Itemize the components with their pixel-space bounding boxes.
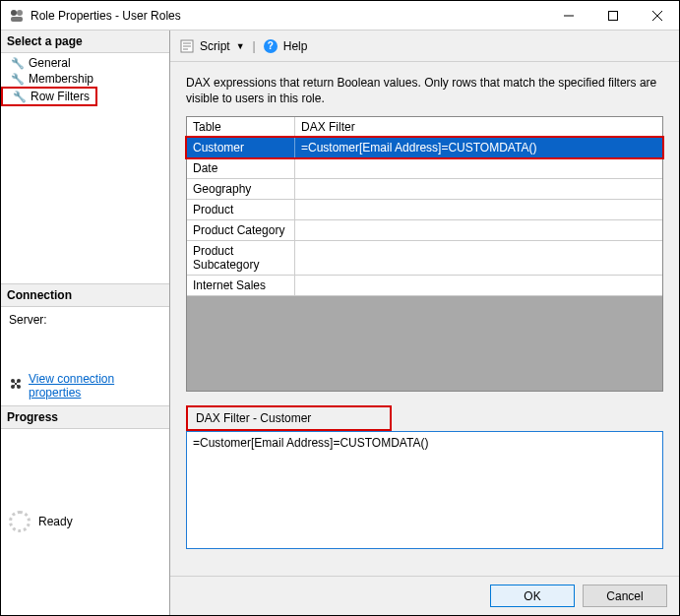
server-label: Server: — [9, 313, 161, 327]
sidebar-item-row-filters[interactable]: 🔧 Row Filters — [1, 87, 97, 106]
table-row[interactable]: Internet Sales — [187, 276, 662, 296]
grid-empty-area — [187, 296, 662, 391]
sidebar-item-general[interactable]: 🔧 General — [1, 55, 169, 71]
dialog-footer: OK Cancel — [170, 576, 679, 615]
svg-point-1 — [17, 10, 23, 16]
svg-point-0 — [11, 10, 17, 16]
cell-table: Date — [187, 158, 295, 178]
minimize-button[interactable] — [546, 1, 590, 30]
table-row[interactable]: Customer =Customer[Email Address]=CUSTOM… — [187, 138, 662, 158]
dax-filter-text: =Customer[Email Address]=CUSTOMDATA() — [193, 436, 428, 450]
window-title: Role Properties - User Roles — [31, 9, 546, 23]
table-row[interactable]: Geography — [187, 179, 662, 200]
titlebar[interactable]: Role Properties - User Roles — [1, 1, 679, 31]
progress-spinner-icon — [9, 511, 31, 532]
ok-button[interactable]: OK — [490, 585, 575, 607]
toolbar: Script ▼ | ? Help — [170, 31, 679, 62]
table-row[interactable]: Product Subcategory — [187, 241, 662, 276]
cell-table: Product Category — [187, 220, 295, 240]
role-icon — [9, 8, 25, 24]
dax-filter-label: DAX Filter - Customer — [186, 405, 392, 431]
cell-filter — [295, 276, 662, 295]
close-button[interactable] — [635, 1, 679, 30]
cell-table: Geography — [187, 179, 295, 199]
column-header-dax-filter[interactable]: DAX Filter — [295, 117, 662, 137]
progress-status: Ready — [38, 515, 73, 528]
view-connection-link[interactable]: View connection properties — [29, 372, 161, 400]
connection-icon — [9, 377, 23, 394]
script-button[interactable]: Script — [200, 39, 230, 53]
cell-table: Product — [187, 200, 295, 219]
sidebar-item-membership[interactable]: 🔧 Membership — [1, 71, 169, 87]
wrench-icon: 🔧 — [11, 57, 25, 70]
cell-table: Internet Sales — [187, 276, 295, 295]
main-panel: Script ▼ | ? Help DAX expressions that r… — [170, 31, 679, 615]
cell-filter — [295, 200, 662, 219]
column-header-table[interactable]: Table — [187, 117, 295, 137]
sidebar: Select a page 🔧 General 🔧 Membership 🔧 R… — [1, 31, 170, 615]
dialog-window: Role Properties - User Roles Select a pa… — [0, 0, 680, 616]
table-row[interactable]: Product Category — [187, 220, 662, 241]
description-text: DAX expressions that return Boolean valu… — [186, 76, 663, 106]
cell-filter: =Customer[Email Address]=CUSTOMDATA() — [295, 138, 662, 157]
wrench-icon: 🔧 — [13, 91, 27, 103]
svg-rect-2 — [11, 17, 23, 22]
maximize-button[interactable] — [590, 1, 635, 30]
cell-table: Customer — [187, 138, 295, 157]
wrench-icon: 🔧 — [11, 73, 25, 86]
connection-header: Connection — [1, 283, 169, 307]
progress-header: Progress — [1, 405, 169, 429]
cancel-button[interactable]: Cancel — [583, 585, 667, 607]
cell-filter — [295, 241, 662, 275]
script-dropdown[interactable]: ▼ — [236, 41, 245, 51]
sidebar-item-label: Row Filters — [31, 90, 90, 103]
dax-filter-input[interactable]: =Customer[Email Address]=CUSTOMDATA() — [186, 431, 663, 549]
table-row[interactable]: Date — [187, 158, 662, 179]
sidebar-item-label: Membership — [29, 72, 93, 86]
filter-grid[interactable]: Table DAX Filter Customer =Customer[Emai… — [186, 116, 663, 392]
svg-rect-4 — [608, 11, 617, 20]
help-button[interactable]: Help — [283, 39, 308, 53]
cell-filter — [295, 220, 662, 240]
cell-filter — [295, 158, 662, 178]
select-page-header: Select a page — [1, 31, 169, 53]
table-row[interactable]: Product — [187, 200, 662, 220]
script-icon — [180, 39, 194, 53]
cell-table: Product Subcategory — [187, 241, 295, 275]
cell-filter — [295, 179, 662, 199]
help-icon: ? — [264, 39, 278, 53]
sidebar-item-label: General — [29, 56, 71, 70]
